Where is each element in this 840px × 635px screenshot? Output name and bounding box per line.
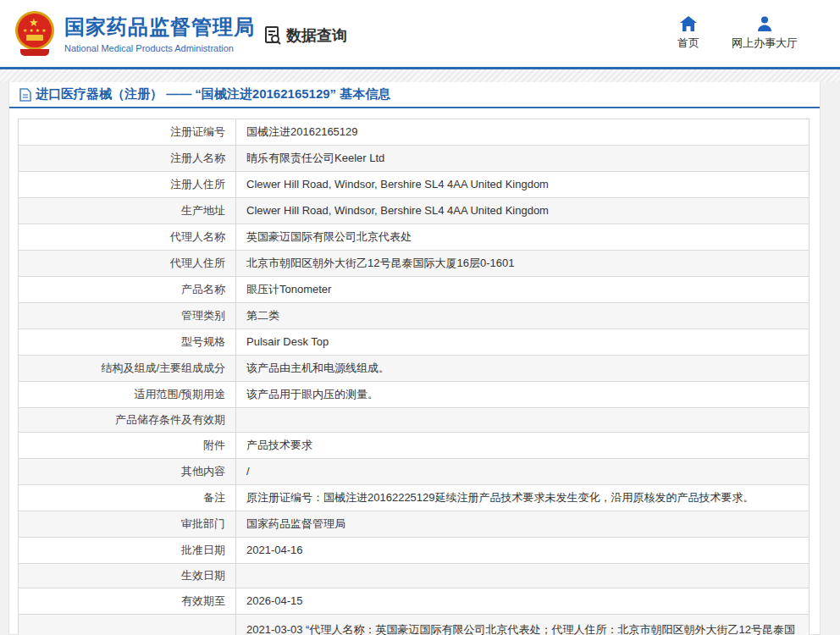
- nav-home[interactable]: 首页: [677, 15, 699, 51]
- row-value: 2021-03-03 “代理人名称：英国豪迈国际有限公司北京代表处；代理人住所：…: [236, 615, 810, 635]
- row-label: 代理人住所: [19, 251, 236, 277]
- table-row: 有效期至2026-04-15: [19, 588, 810, 615]
- brand-title-en: National Medical Products Administration: [64, 43, 255, 53]
- row-label: 审批部门: [19, 511, 236, 538]
- nav-online-hall[interactable]: 网上办事大厅: [732, 15, 798, 51]
- table-row: 型号规格Pulsair Desk Top: [19, 329, 810, 356]
- title-bar: 进口医疗器械（注册） —— “国械注进20162165129” 基本信息: [9, 82, 820, 108]
- row-label: 生效日期: [19, 564, 236, 588]
- row-value: 英国豪迈国际有限公司北京代表处: [236, 224, 810, 251]
- site-header: ★ ★★★★ 国家药品监督管理局 National Medical Produc…: [0, 0, 840, 67]
- table-row: 附件产品技术要求: [19, 433, 810, 459]
- row-value: 原注册证编号：国械注进20162225129延续注册产品技术要求未发生变化，沿用…: [236, 485, 810, 511]
- registration-info-table: 注册证编号国械注进20162165129注册人名称睛乐有限责任公司Keeler …: [18, 119, 810, 635]
- table-row: 注册人名称睛乐有限责任公司Keeler Ltd: [19, 146, 810, 172]
- row-value: /: [236, 459, 810, 485]
- data-query-icon: [262, 25, 283, 46]
- brand-block: 国家药品监督管理局 National Medical Products Admi…: [64, 14, 255, 53]
- table-row: 管理类别第二类: [19, 303, 810, 329]
- nav-online-hall-label: 网上办事大厅: [732, 36, 798, 51]
- nav-home-label: 首页: [677, 36, 699, 51]
- data-query-entry[interactable]: 数据查询: [262, 25, 347, 46]
- table-row: 其他内容/: [19, 459, 810, 485]
- table-row: 产品储存条件及有效期: [19, 408, 810, 433]
- table-row: 代理人名称英国豪迈国际有限公司北京代表处: [19, 224, 810, 251]
- emblem-gate-icon: [26, 35, 43, 41]
- row-label: 其他内容: [19, 459, 236, 485]
- row-value: Clewer Hill Road, Windsor, Bershire SL4 …: [236, 172, 810, 198]
- row-label: 注册人名称: [19, 146, 236, 172]
- row-value: 国械注进20162165129: [236, 119, 810, 146]
- row-label: 产品储存条件及有效期: [19, 408, 236, 433]
- row-value: 该产品用于眼内压的测量。: [236, 382, 810, 408]
- row-value: Pulsair Desk Top: [236, 329, 810, 356]
- table-row: 生产地址Clewer Hill Road, Windsor, Bershire …: [19, 198, 810, 224]
- row-value: [236, 408, 810, 433]
- document-icon: [19, 88, 31, 102]
- info-table-body: 注册证编号国械注进20162165129注册人名称睛乐有限责任公司Keeler …: [19, 119, 810, 635]
- emblem-ribbon-icon: [20, 49, 49, 56]
- table-row: 代理人住所北京市朝阳区朝外大街乙12号昆泰国际大厦16层0-1601: [19, 251, 810, 277]
- row-value: 产品技术要求: [236, 433, 810, 459]
- row-label: 结构及组成/主要组成成分: [19, 356, 236, 382]
- table-row: 生效日期: [19, 564, 810, 588]
- page-title: 进口医疗器械（注册） —— “国械注进20162165129” 基本信息: [36, 86, 390, 102]
- table-row: 注册证编号国械注进20162165129: [19, 119, 810, 146]
- row-value: [236, 564, 810, 588]
- row-value: 该产品由主机和电源线组成。: [236, 356, 810, 382]
- table-row: 注册人住所Clewer Hill Road, Windsor, Bershire…: [19, 172, 810, 198]
- row-value: 眼压计Tonometer: [236, 277, 810, 303]
- home-icon: [679, 15, 698, 32]
- brand-title-cn: 国家药品监督管理局: [64, 14, 255, 41]
- row-label: 注册证编号: [19, 119, 236, 146]
- national-emblem-logo: ★ ★★★★: [12, 9, 58, 58]
- row-value: 2026-04-15: [236, 588, 810, 615]
- row-label: 注册人住所: [19, 172, 236, 198]
- row-value: 第二类: [236, 303, 810, 329]
- row-label: 管理类别: [19, 303, 236, 329]
- emblem-small-stars-icon: ★★★★: [23, 27, 48, 33]
- row-label: 生产地址: [19, 198, 236, 224]
- table-row: 适用范围/预期用途该产品用于眼内压的测量。: [19, 382, 810, 408]
- content-panel: 进口医疗器械（注册） —— “国械注进20162165129” 基本信息 注册证…: [8, 82, 821, 635]
- table-row: 结构及组成/主要组成成分该产品由主机和电源线组成。: [19, 356, 810, 382]
- decorative-striped-band: [0, 69, 840, 82]
- table-row: 变更情况2021-03-03 “代理人名称：英国豪迈国际有限公司北京代表处；代理…: [19, 615, 810, 635]
- row-label: 备注: [19, 485, 236, 511]
- data-query-label: 数据查询: [286, 25, 347, 46]
- row-value: Clewer Hill Road, Windsor, Bershire SL4 …: [236, 198, 810, 224]
- row-value: 2021-04-16: [236, 538, 810, 564]
- row-label: 变更情况: [19, 615, 236, 635]
- table-row: 产品名称眼压计Tonometer: [19, 277, 810, 303]
- table-row: 审批部门国家药品监督管理局: [19, 511, 810, 538]
- row-label: 适用范围/预期用途: [19, 382, 236, 408]
- row-value: 北京市朝阳区朝外大街乙12号昆泰国际大厦16层0-1601: [236, 251, 810, 277]
- row-value: 睛乐有限责任公司Keeler Ltd: [236, 146, 810, 172]
- top-nav: 首页 网上办事大厅: [677, 15, 798, 51]
- row-label: 产品名称: [19, 277, 236, 303]
- row-label: 型号规格: [19, 329, 236, 356]
- row-value: 国家药品监督管理局: [236, 511, 810, 538]
- row-label: 附件: [19, 433, 236, 459]
- user-icon: [756, 15, 773, 32]
- row-label: 批准日期: [19, 538, 236, 564]
- row-label: 代理人名称: [19, 224, 236, 251]
- row-label: 有效期至: [19, 588, 236, 615]
- table-row: 批准日期2021-04-16: [19, 538, 810, 564]
- table-row: 备注原注册证编号：国械注进20162225129延续注册产品技术要求未发生变化，…: [19, 485, 810, 511]
